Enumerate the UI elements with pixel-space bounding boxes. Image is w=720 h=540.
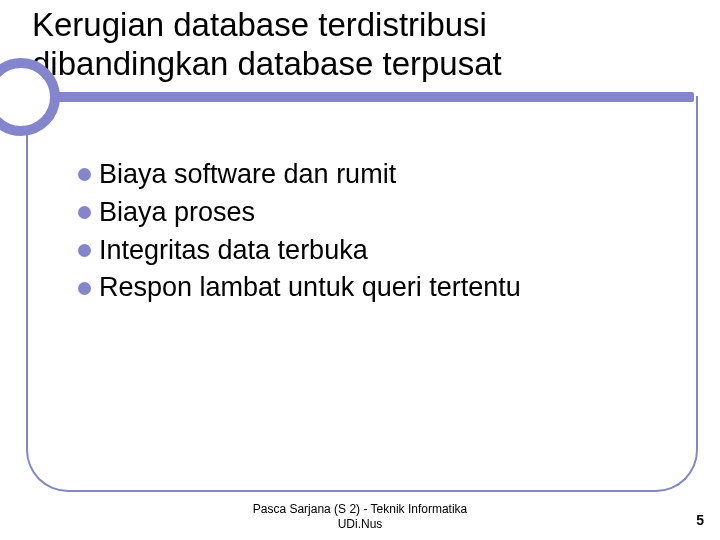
slide: Kerugian database terdistribusi dibandin… [0,0,720,540]
bullet-text: Integritas data terbuka [99,232,368,270]
list-item: Integritas data terbuka [78,232,668,270]
footer-line-1: Pasca Sarjana (S 2) - Teknik Informatika [0,502,720,517]
footer: Pasca Sarjana (S 2) - Teknik Informatika… [0,502,720,532]
bullet-icon [78,206,91,219]
page-number: 5 [696,512,704,528]
bullet-icon [78,168,91,181]
slide-title: Kerugian database terdistribusi dibandin… [32,6,672,84]
bullet-icon [78,244,91,257]
list-item: Biaya proses [78,194,668,232]
bullet-icon [78,282,91,295]
footer-line-2: UDi.Nus [0,517,720,532]
bullet-text: Biaya software dan rumit [99,156,396,194]
list-item: Respon lambat untuk queri tertentu [78,269,668,307]
list-item: Biaya software dan rumit [78,156,668,194]
bullet-list: Biaya software dan rumit Biaya proses In… [78,156,668,307]
bullet-text: Respon lambat untuk queri tertentu [99,269,521,307]
bullet-text: Biaya proses [99,194,255,232]
